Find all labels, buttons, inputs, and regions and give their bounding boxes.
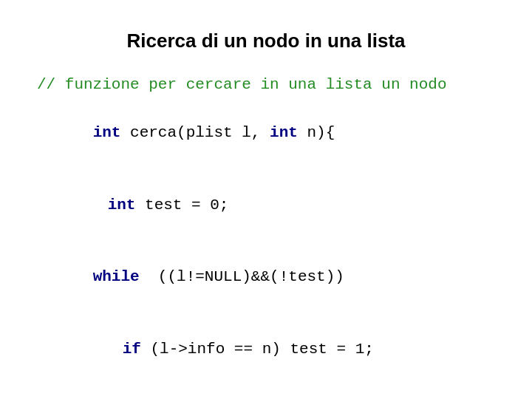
code-line-5: else l = l->next; xyxy=(37,386,510,399)
code-block: // funzione per cercare in una lista un … xyxy=(22,73,510,399)
keyword-int: int xyxy=(93,124,121,141)
code-line-4: if (l->info == n) test = 1; xyxy=(37,313,510,386)
code-line-2: int test = 0; xyxy=(37,169,510,242)
slide: Ricerca di un nodo in una lista // funzi… xyxy=(0,0,532,399)
code-line-1: int cerca(plist l, int n){ xyxy=(37,98,510,170)
code-line-3: while ((l!=NULL)&&(!test)) xyxy=(37,242,510,314)
keyword-int2: int xyxy=(270,124,298,141)
code-text-1b: n){ xyxy=(298,124,335,141)
keyword-while: while xyxy=(93,268,140,285)
code-text-4: (l->info == n) test = 1; xyxy=(141,341,374,358)
code-comment: // funzione per cercare in una lista un … xyxy=(37,73,510,98)
slide-title: Ricerca di un nodo in una lista xyxy=(126,30,405,52)
code-text-1: cerca(plist l, xyxy=(120,124,270,141)
keyword-int3: int xyxy=(108,197,136,214)
code-text-2: test = 0; xyxy=(135,197,228,214)
keyword-if: if xyxy=(123,341,141,358)
code-text-3: ((l!=NULL)&&(!test)) xyxy=(140,268,344,285)
